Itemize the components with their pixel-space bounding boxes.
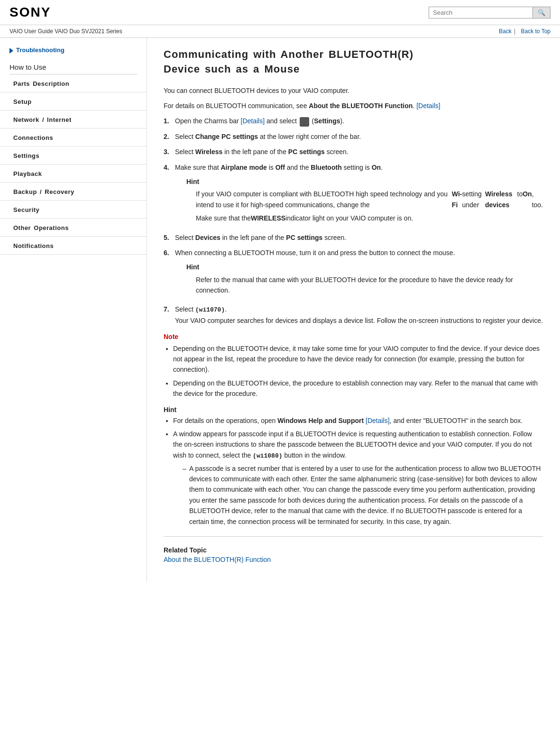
step-5: 5. Select Devices in the left pane of th… [164,232,543,243]
sidebar-item-setup[interactable]: Setup [0,92,147,110]
sidebar: Troubleshooting How to Use Parts Descrip… [0,38,147,582]
step-6: 6. When connecting a BLUETOOTH mouse, tu… [164,248,543,300]
step-2: 2. Select Change PC settings at the lowe… [164,131,543,142]
related-topic: Related Topic About the BLUETOOTH(R) Fun… [164,546,543,563]
search-input[interactable] [429,7,533,18]
intro-p1: You can connect BLUETOOTH devices to you… [164,85,543,96]
sub-bullet-list: A passcode is a secret number that is en… [183,463,543,527]
step4-hint-item-2: Make sure that the WIRELESS indicator li… [196,213,543,223]
note-list: Depending on the BLUETOOTH device, it ma… [173,343,543,399]
step-3: 3. Select Wireless in the left pane of t… [164,147,543,157]
step1-details-link[interactable]: [Details] [241,117,265,125]
back-to-top-link[interactable]: Back to Top [521,28,551,35]
header: SONY 🔍 [0,0,560,25]
hint-section-list: For details on the operations, open Wind… [173,415,543,527]
step6-hint-label: Hint [186,262,543,272]
step4-hint: Hint If your VAIO computer is compliant … [186,176,543,224]
sidebar-item-backup-recovery[interactable]: Backup / Recovery [0,183,147,201]
sony-logo: SONY [9,5,51,20]
hint-section-item-1: For details on the operations, open Wind… [173,415,543,426]
subtitle-bar: VAIO User Guide VAIO Duo SVJ2021 Series … [0,25,560,38]
step6-hint: Hint Refer to the manual that came with … [186,262,543,295]
step4-hint-item-1: If your VAIO computer is compliant with … [196,189,543,210]
step6-hint-item-1: Refer to the manual that came with your … [196,275,543,296]
intro-p2: For details on BLUETOOTH communication, … [164,101,543,111]
step-4: 4. Make sure that Airplane mode is Off a… [164,162,543,228]
hint-section-label: Hint [164,406,543,413]
step-1: 1. Open the Charms bar [Details] and sel… [164,116,543,126]
sidebar-item-notifications[interactable]: Notifications [0,237,147,255]
page-title: Communicating with Another BLUETOOTH(R)D… [164,47,543,77]
details-link-intro[interactable]: [Details] [416,102,441,110]
back-link[interactable]: Back [499,28,512,35]
related-topic-link[interactable]: About the BLUETOOTH(R) Function [164,556,271,563]
note-label: Note [164,333,543,340]
sidebar-item-security[interactable]: Security [0,201,147,219]
note-item-2: Depending on the BLUETOOTH device, the p… [173,378,543,399]
note-item-1: Depending on the BLUETOOTH device, it ma… [173,343,543,375]
hint-section-item-2: A window appears for passcode input if a… [173,429,543,527]
search-icon: 🔍 [538,9,545,16]
section-divider [164,536,543,537]
guide-title: VAIO User Guide VAIO Duo SVJ2021 Series [9,28,122,35]
settings-gear-icon [300,117,309,127]
sidebar-item-parts-description[interactable]: Parts Description [0,74,147,92]
sidebar-item-playback[interactable]: Playback [0,165,147,183]
sub-bullet-item-1: A passcode is a secret number that is en… [183,463,543,527]
sidebar-item-settings[interactable]: Settings [0,147,147,165]
separator: | [514,28,515,35]
content: Communicating with Another BLUETOOTH(R)D… [147,38,560,582]
nav-links: Back | Back to Top [496,28,551,35]
search-button[interactable]: 🔍 [533,7,551,18]
steps-list: 1. Open the Charms bar [Details] and sel… [164,116,543,326]
how-to-use-title: How to Use [0,57,147,74]
main-layout: Troubleshooting How to Use Parts Descrip… [0,38,560,582]
note-box: Note Depending on the BLUETOOTH device, … [164,333,543,399]
step6-hint-list: Refer to the manual that came with your … [196,275,543,296]
related-topic-label: Related Topic [164,546,543,554]
step4-hint-label: Hint [186,176,543,187]
arrow-right-icon [9,48,13,54]
step-7: 7. Select (wi1070). Your VAIO computer s… [164,304,543,326]
sidebar-item-connections[interactable]: Connections [0,129,147,147]
windows-help-details-link[interactable]: [Details] [366,417,390,424]
sidebar-item-other-operations[interactable]: Other Operations [0,219,147,237]
hint-section: Hint For details on the operations, open… [164,406,543,527]
step4-hint-list: If your VAIO computer is compliant with … [196,189,543,223]
troubleshooting-link[interactable]: Troubleshooting [0,43,147,57]
sidebar-item-network-internet[interactable]: Network / Internet [0,110,147,129]
search-area: 🔍 [429,7,551,18]
